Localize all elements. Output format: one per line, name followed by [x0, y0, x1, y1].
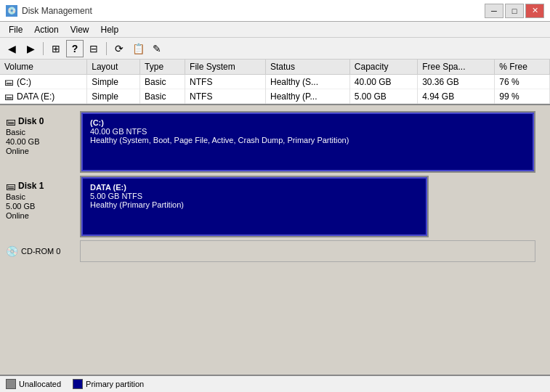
help-button[interactable]: ? [66, 40, 84, 57]
disk-0-name: Disk 0 [18, 116, 44, 126]
col-type: Type [140, 60, 185, 75]
legend-label-unallocated: Unallocated [19, 380, 61, 388]
menu-help[interactable]: Help [95, 23, 125, 36]
legend-bar: Unallocated Primary partition [0, 375, 550, 392]
console-button[interactable]: ⊟ [85, 40, 102, 57]
disk-1-part-status: Healthy (Primary Partition) [90, 200, 418, 209]
close-button[interactable]: ✕ [525, 4, 544, 18]
table-header-row: Volume Layout Type File System Status Ca… [0, 60, 550, 75]
forward-button[interactable]: ▶ [22, 40, 39, 57]
disk-1-name: Disk 1 [18, 181, 44, 191]
cell-type: Basic [140, 89, 185, 104]
cell-layout: Simple [87, 89, 140, 104]
col-pctfree: % Free [495, 60, 550, 75]
cell-filesystem: NTFS [185, 89, 266, 104]
col-layout: Layout [87, 60, 140, 75]
show-hide-button[interactable]: ⊞ [47, 40, 65, 57]
cell-pctfree: 99 % [495, 89, 550, 104]
col-volume: Volume [0, 60, 87, 75]
disk-1-label: 🖴 Disk 1 Basic 5.00 GB Online [0, 176, 80, 237]
menu-view[interactable]: View [65, 23, 95, 36]
legend-swatch-unallocated [6, 379, 16, 389]
table-row-1[interactable]: 🖴 DATA (E:) Simple Basic NTFS Healthy (P… [0, 89, 550, 104]
cell-capacity: 5.00 GB [349, 89, 417, 104]
disk-0-partition-c[interactable]: (C:) 40.00 GB NTFS Healthy (System, Boot… [81, 113, 534, 171]
wizard-button[interactable]: ✎ [148, 40, 166, 57]
disk-0-label: 🖴 Disk 0 Basic 40.00 GB Online [0, 111, 80, 173]
cdrom-icon: 💿 [6, 245, 18, 257]
cdrom-partition-area[interactable] [80, 240, 535, 262]
disk-1-partition-area[interactable]: DATA (E:) 5.00 GB NTFS Healthy (Primary … [80, 176, 429, 237]
volume-list: Volume Layout Type File System Status Ca… [0, 60, 550, 105]
cell-filesystem: NTFS [185, 75, 266, 89]
window-controls: ─ □ ✕ [485, 4, 544, 18]
cell-layout: Simple [87, 75, 140, 89]
col-filesystem: File System [185, 60, 266, 75]
maximize-button[interactable]: □ [505, 4, 524, 18]
disk-0-part-label: (C:) [90, 118, 525, 127]
disk-1-status: Online [6, 211, 74, 220]
app-title: Disk Management [22, 6, 92, 16]
cell-volume: 🖴 (C:) [0, 75, 87, 89]
disk-graphical-area: 🖴 Disk 0 Basic 40.00 GB Online (C:) 40.0… [0, 105, 550, 375]
disk-0-partition-area[interactable]: (C:) 40.00 GB NTFS Healthy (System, Boot… [80, 111, 535, 173]
properties-button[interactable]: 📋 [129, 40, 147, 57]
disk-1-part-size: 5.00 GB NTFS [90, 192, 418, 200]
title-bar-left: 💿 Disk Management [6, 5, 92, 17]
menu-bar: File Action View Help [0, 22, 550, 38]
disk-0-part-status: Healthy (System, Boot, Page File, Active… [90, 136, 525, 144]
minimize-button[interactable]: ─ [485, 4, 504, 18]
disk-1-partition-e[interactable]: DATA (E:) 5.00 GB NTFS Healthy (Primary … [81, 177, 427, 236]
cell-freespace: 4.94 GB [418, 89, 495, 104]
legend-label-primary: Primary partition [86, 380, 144, 388]
cell-volume: 🖴 DATA (E:) [0, 89, 87, 104]
main-area: Volume Layout Type File System Status Ca… [0, 60, 550, 375]
disk-row-1: 🖴 Disk 1 Basic 5.00 GB Online DATA (E:) … [0, 176, 550, 237]
menu-file[interactable]: File [3, 23, 28, 36]
table-row-0[interactable]: 🖴 (C:) Simple Basic NTFS Healthy (S... 4… [0, 75, 550, 89]
toolbar-sep-2 [106, 42, 107, 55]
disk-1-icon: 🖴 [6, 180, 16, 192]
disk-0-part-size: 40.00 GB NTFS [90, 127, 525, 136]
toolbar: ◀ ▶ ⊞ ? ⊟ ⟳ 📋 ✎ [0, 38, 550, 60]
legend-primary: Primary partition [73, 379, 144, 389]
legend-unallocated: Unallocated [6, 379, 61, 389]
cdrom-label: 💿 CD-ROM 0 [0, 240, 80, 262]
volume-table: Volume Layout Type File System Status Ca… [0, 60, 550, 104]
back-button[interactable]: ◀ [3, 40, 20, 57]
cell-status: Healthy (P... [266, 89, 350, 104]
disk-1-size: 5.00 GB [6, 202, 74, 211]
cdrom-row: 💿 CD-ROM 0 [0, 240, 550, 262]
col-status: Status [266, 60, 350, 75]
disk-0-status: Online [6, 147, 74, 155]
col-capacity: Capacity [349, 60, 417, 75]
disk-1-part-label: DATA (E:) [90, 183, 418, 192]
app-icon: 💿 [6, 5, 17, 17]
disk-1-type: Basic [6, 192, 74, 201]
disk-0-type: Basic [6, 128, 74, 136]
cell-pctfree: 76 % [495, 75, 550, 89]
refresh-button[interactable]: ⟳ [110, 40, 128, 57]
cdrom-name: CD-ROM 0 [21, 247, 60, 256]
toolbar-sep-1 [43, 42, 44, 55]
cell-capacity: 40.00 GB [349, 75, 417, 89]
title-bar: 💿 Disk Management ─ □ ✕ [0, 0, 550, 22]
legend-swatch-primary [73, 379, 83, 389]
cell-type: Basic [140, 75, 185, 89]
disk-0-size: 40.00 GB [6, 137, 74, 146]
menu-action[interactable]: Action [28, 23, 64, 36]
cell-status: Healthy (S... [266, 75, 350, 89]
disk-icon: 🖴 [6, 115, 16, 127]
disk-row-0: 🖴 Disk 0 Basic 40.00 GB Online (C:) 40.0… [0, 111, 550, 173]
cell-freespace: 30.36 GB [418, 75, 495, 89]
col-freespace: Free Spa... [418, 60, 495, 75]
